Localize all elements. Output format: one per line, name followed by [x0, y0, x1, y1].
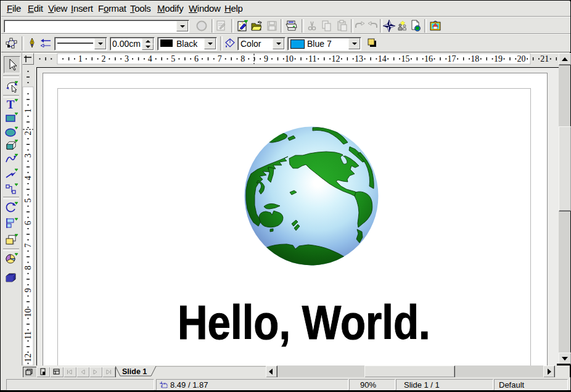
svg-text:18: 18	[470, 54, 479, 63]
svg-text:3: 3	[23, 153, 33, 158]
svg-text:1: 1	[78, 54, 83, 63]
svg-text:5: 5	[171, 54, 175, 63]
svg-text:19: 19	[494, 54, 503, 63]
svg-text:14: 14	[378, 54, 387, 63]
svg-text:5: 5	[23, 198, 33, 203]
svg-text:11: 11	[308, 54, 316, 63]
svg-text:2: 2	[23, 131, 33, 135]
svg-text:Slide 1: Slide 1	[122, 367, 147, 376]
svg-text:16: 16	[424, 54, 433, 63]
svg-text:3: 3	[125, 54, 129, 63]
svg-text:6: 6	[194, 54, 199, 63]
svg-text:7: 7	[23, 243, 33, 248]
svg-text:15: 15	[401, 54, 409, 63]
svg-text:13: 13	[355, 54, 363, 63]
svg-text:2: 2	[101, 54, 105, 63]
svg-text:17: 17	[448, 54, 456, 63]
svg-text:9: 9	[264, 54, 268, 63]
svg-text:4: 4	[23, 176, 33, 180]
svg-text:1: 1	[23, 108, 33, 113]
svg-text:T: T	[7, 98, 15, 111]
svg-text:8: 8	[240, 54, 245, 63]
svg-text:12: 12	[23, 353, 33, 362]
svg-text:10: 10	[285, 54, 294, 63]
svg-text:4: 4	[148, 54, 152, 63]
svg-text:9: 9	[23, 288, 33, 293]
svg-text:7: 7	[218, 54, 222, 63]
svg-text:8: 8	[23, 266, 33, 270]
svg-text:20: 20	[517, 54, 526, 63]
svg-text:21: 21	[540, 54, 549, 63]
svg-text:12: 12	[331, 54, 340, 63]
svg-text:11: 11	[23, 331, 33, 339]
svg-text:6: 6	[23, 221, 33, 225]
svg-text:10: 10	[23, 309, 33, 317]
